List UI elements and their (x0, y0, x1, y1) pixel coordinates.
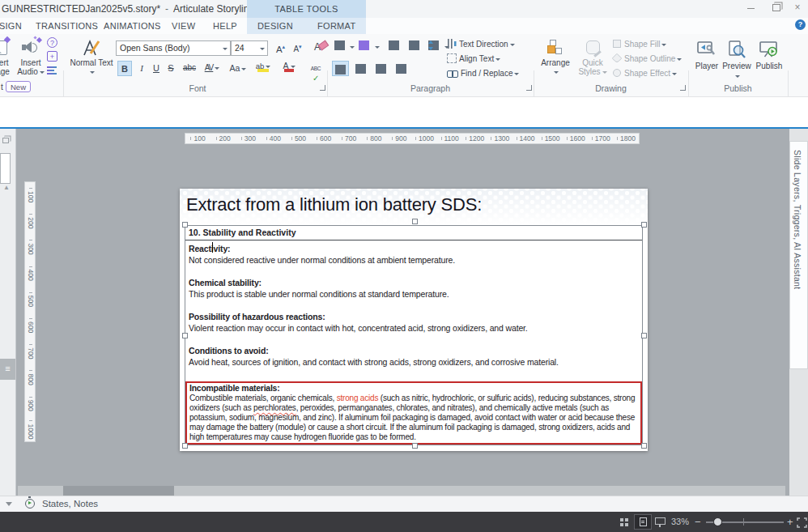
shrink-font-button[interactable]: A▾ (290, 40, 305, 55)
grow-font-button[interactable]: A▴ (273, 40, 288, 55)
table-section[interactable]: Chemical stability:This product is stabl… (189, 278, 639, 300)
publish-button[interactable]: Publish (753, 37, 785, 71)
ai-help-button[interactable]: ? (47, 37, 57, 48)
help-icon[interactable]: ? (795, 19, 806, 30)
grid-view-icon[interactable] (620, 518, 628, 526)
align-center-button[interactable] (352, 61, 369, 76)
selection-handle[interactable] (412, 219, 418, 224)
font-name-combobox[interactable]: Open Sans (Body) (116, 40, 231, 56)
strikethrough-button[interactable]: abc (181, 61, 198, 76)
table-header-cell[interactable]: 10. Stability and Reactivity (185, 226, 642, 240)
new-badge: New (6, 81, 31, 92)
up-arrow-icon[interactable]: ▲ (3, 184, 10, 191)
slide-thumbnail[interactable] (0, 153, 11, 184)
tab-help[interactable]: HELP (213, 18, 237, 34)
justify-button[interactable] (393, 61, 410, 76)
zoom-out-button[interactable]: − (695, 516, 701, 528)
table-section[interactable]: Possibility of hazardous reactions:Viole… (189, 312, 639, 334)
horizontal-scrollbar[interactable] (18, 486, 785, 496)
align-left-button[interactable] (332, 61, 349, 76)
numbering-button[interactable] (356, 40, 371, 55)
insert-audio-button[interactable]: Insert Audio (13, 36, 49, 76)
selection-handle[interactable] (182, 333, 188, 338)
tab-transitions[interactable]: TRANSITIONS (36, 18, 98, 34)
panel-splitter-handle[interactable]: ≡ (0, 359, 15, 380)
dropdown-arrow-icon (241, 68, 246, 70)
close-button[interactable]: × (789, 0, 806, 16)
font-size-combobox[interactable]: 24 (231, 40, 268, 56)
states-notes-bar[interactable]: States, Notes (0, 496, 808, 512)
dropdown-arrow-icon (514, 73, 519, 75)
bullets-button[interactable] (332, 40, 347, 55)
window-icon[interactable] (2, 138, 9, 143)
zoom-in-button[interactable]: + (787, 516, 793, 528)
bold-button[interactable]: B (117, 61, 132, 76)
strikethrough-s-button[interactable]: S (164, 61, 177, 76)
quick-styles-button[interactable]: Quick Styles (574, 36, 611, 76)
tab-view[interactable]: VIEW (172, 18, 195, 34)
slide-canvas[interactable]: Extract from a lithium ion battery SDS: … (180, 189, 648, 451)
player-button[interactable]: Player (692, 37, 721, 71)
slide-view-button[interactable] (634, 514, 652, 530)
increase-indent-button[interactable] (406, 40, 422, 55)
shape-outline-button[interactable]: Shape Outline (613, 53, 687, 66)
normal-text-button[interactable]: Normal Text (70, 36, 113, 76)
drawing-dialog-launcher[interactable] (680, 85, 686, 91)
dropdown-arrow-icon[interactable] (375, 46, 380, 49)
selection-handle[interactable] (182, 222, 188, 228)
dropdown-arrow-icon (602, 71, 607, 74)
selection-handle[interactable] (641, 333, 647, 338)
table-body[interactable]: Reactivity:Not considered reactive under… (185, 240, 642, 368)
minimize-button[interactable] (742, 0, 759, 16)
states-notes-label[interactable]: States, Notes (42, 499, 98, 509)
find-replace-button[interactable]: Find / Replace (447, 67, 533, 80)
incompatible-materials-cell[interactable]: Incompatible materials:Combustible mater… (185, 381, 642, 445)
underline-button[interactable]: U (150, 61, 163, 76)
character-spacing-button[interactable]: AV (200, 61, 224, 76)
tab-table-design[interactable]: DESIGN (257, 18, 293, 34)
ruler-mark: 1600 (563, 134, 589, 143)
dropdown-arrow-icon[interactable] (350, 46, 355, 49)
zoom-slider-handle[interactable] (713, 517, 722, 526)
table-section[interactable]: Reactivity:Not considered reactive under… (189, 244, 639, 266)
selection-handle[interactable] (412, 443, 418, 449)
horizontal-scrollbar-thumb[interactable] (63, 486, 174, 496)
align-text-button[interactable]: Align Text (447, 53, 533, 66)
ai-add-button[interactable]: + (47, 51, 57, 62)
paragraph-dialog-launcher[interactable] (526, 85, 532, 91)
sds-table[interactable]: 10. Stability and Reactivity Reactivity:… (185, 225, 643, 445)
selection-handle[interactable] (641, 222, 647, 228)
present-icon[interactable] (655, 517, 666, 525)
highlight-color-button[interactable]: ab (251, 61, 275, 76)
selection-handle[interactable] (182, 443, 188, 449)
arrange-button[interactable]: Arrange (537, 36, 574, 76)
tab-animations[interactable]: ANIMATIONS (104, 18, 161, 34)
line-spacing-button[interactable] (425, 40, 441, 55)
italic-button[interactable]: I (135, 61, 148, 76)
slide-title[interactable]: Extract from a lithium ion battery SDS: (186, 194, 482, 215)
selection-handle[interactable] (641, 443, 647, 449)
spelling-button[interactable]: ABC✓ (306, 60, 325, 75)
text-direction-button[interactable]: Text Direction (447, 38, 533, 51)
dropdown-arrow-icon (554, 71, 559, 74)
font-dialog-launcher[interactable] (320, 85, 325, 91)
vertical-ruler-strip: 1002003004005006007008009001000 (25, 182, 36, 442)
decrease-indent-button[interactable] (385, 40, 402, 55)
shape-effect-button[interactable]: Shape Effect (613, 67, 687, 80)
restore-button[interactable] (768, 0, 785, 16)
ruler-mark: 100 (185, 134, 211, 143)
table-section[interactable]: Conditions to avoid:Avoid heat, sources … (189, 346, 639, 368)
preview-button[interactable]: Preview (722, 37, 751, 81)
line-spacing-icon (428, 40, 439, 50)
right-sidebar-label[interactable]: Slide Layers, Triggers, AI Assistant (793, 150, 802, 289)
change-case-button[interactable]: Aa (227, 61, 249, 76)
tab-table-format[interactable]: FORMAT (317, 18, 355, 34)
font-color-button[interactable]: A (278, 61, 300, 76)
fit-window-icon[interactable] (797, 517, 807, 531)
align-right-button[interactable] (372, 61, 389, 76)
shape-fill-button[interactable]: Shape Fill (613, 38, 687, 51)
down-arrow-icon[interactable] (6, 502, 12, 506)
clear-formatting-button[interactable]: A (308, 40, 326, 55)
tab-design[interactable]: DESIGN (0, 18, 22, 34)
ai-lines-icon[interactable] (47, 66, 57, 76)
